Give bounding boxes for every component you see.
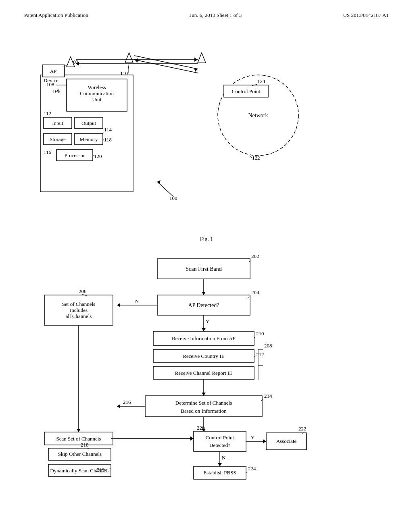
svg-text:Receive Information From AP: Receive Information From AP xyxy=(172,335,236,341)
svg-text:Y: Y xyxy=(251,434,255,441)
svg-line-49 xyxy=(134,56,198,69)
svg-text:224: 224 xyxy=(248,466,256,472)
svg-text:206: 206 xyxy=(79,288,87,294)
svg-text:118: 118 xyxy=(104,137,112,143)
svg-text:AP: AP xyxy=(50,68,57,74)
svg-text:Communication: Communication xyxy=(80,90,114,96)
svg-text:212: 212 xyxy=(256,351,264,357)
svg-text:Associate: Associate xyxy=(276,438,297,444)
svg-marker-131 xyxy=(218,463,222,466)
svg-text:106: 106 xyxy=(52,88,60,94)
svg-text:Set of Channels: Set of Channels xyxy=(62,301,95,307)
svg-text:AP Detected?: AP Detected? xyxy=(188,302,219,308)
svg-text:100: 100 xyxy=(169,195,177,201)
svg-text:Receive Channel Report IE: Receive Channel Report IE xyxy=(175,370,233,376)
svg-line-51 xyxy=(134,60,198,73)
svg-text:Skip Other Channels: Skip Other Channels xyxy=(58,451,102,457)
svg-text:Wireless: Wireless xyxy=(88,84,106,90)
svg-text:Output: Output xyxy=(81,120,96,126)
svg-text:114: 114 xyxy=(104,127,112,133)
svg-text:210: 210 xyxy=(256,330,264,337)
svg-line-55 xyxy=(157,182,173,197)
svg-text:N: N xyxy=(135,298,139,304)
svg-text:Control Point: Control Point xyxy=(206,434,234,441)
svg-marker-124 xyxy=(263,439,266,443)
svg-marker-97 xyxy=(117,404,120,408)
svg-text:Includes: Includes xyxy=(70,307,88,313)
svg-text:Network: Network xyxy=(248,112,268,118)
svg-text:Receive Country IE: Receive Country IE xyxy=(183,353,224,359)
svg-marker-62 xyxy=(202,292,206,295)
svg-marker-106 xyxy=(77,429,81,432)
svg-marker-68 xyxy=(117,303,120,307)
svg-text:208: 208 xyxy=(264,343,272,349)
svg-marker-14 xyxy=(125,53,133,63)
svg-text:122: 122 xyxy=(252,155,260,161)
header-right: US 2013/0142187 A1 xyxy=(343,12,389,19)
svg-text:216: 216 xyxy=(123,399,131,405)
svg-text:222: 222 xyxy=(298,426,307,432)
header-center: Jun. 6, 2013 Sheet 1 of 3 xyxy=(190,12,242,19)
svg-marker-56 xyxy=(157,180,161,184)
svg-text:120: 120 xyxy=(94,153,102,159)
svg-text:N: N xyxy=(222,455,226,461)
svg-text:all Channels: all Channels xyxy=(66,313,92,319)
svg-marker-88 xyxy=(202,393,206,396)
svg-text:Based on Information: Based on Information xyxy=(181,408,227,414)
svg-text:Y: Y xyxy=(206,318,210,324)
fig1-label-text: Fig. 1 xyxy=(200,236,213,242)
svg-text:Unit: Unit xyxy=(92,96,102,102)
fig2-container: Scan First Band 202 AP Detected? 204 N Y… xyxy=(0,247,413,532)
fig2-svg: Scan First Band 202 AP Detected? 204 N Y… xyxy=(0,247,413,532)
svg-text:Scan First Band: Scan First Band xyxy=(186,266,221,272)
svg-text:Device: Device xyxy=(44,77,58,83)
page-header: Patent Application Publication Jun. 6, 2… xyxy=(0,0,413,23)
svg-text:202: 202 xyxy=(251,253,259,259)
svg-text:Input: Input xyxy=(52,120,63,126)
svg-text:112: 112 xyxy=(44,110,51,116)
svg-marker-50 xyxy=(194,68,198,72)
svg-text:Detected?: Detected? xyxy=(209,442,230,448)
svg-text:124: 124 xyxy=(257,78,265,84)
header-left: Patent Application Publication xyxy=(24,12,88,19)
svg-text:Storage: Storage xyxy=(50,136,66,142)
svg-text:116: 116 xyxy=(44,149,52,155)
svg-marker-71 xyxy=(202,328,206,331)
svg-text:Processor: Processor xyxy=(65,152,85,158)
svg-text:204: 204 xyxy=(251,289,259,295)
svg-text:Memory: Memory xyxy=(80,136,98,142)
svg-text:Control Point: Control Point xyxy=(232,88,261,94)
svg-text:218: 218 xyxy=(81,442,89,448)
fig1-container: AP 102 106 Wireless Communication Unit 1… xyxy=(0,27,413,236)
svg-text:Establish PBSS: Establish PBSS xyxy=(203,470,236,476)
svg-text:Scan Set of Channels: Scan Set of Channels xyxy=(56,436,101,442)
svg-text:220: 220 xyxy=(197,425,205,431)
svg-marker-52 xyxy=(134,58,138,62)
svg-marker-46 xyxy=(194,58,198,62)
svg-text:110: 110 xyxy=(120,70,128,76)
fig1-label: Fig. 1 xyxy=(0,236,413,243)
svg-text:214: 214 xyxy=(264,393,272,399)
svg-text:Determine Set of Channels: Determine Set of Channels xyxy=(175,400,232,406)
fig1-svg: AP 102 106 Wireless Communication Unit 1… xyxy=(0,27,413,236)
svg-marker-118 xyxy=(190,436,194,441)
svg-marker-53 xyxy=(198,53,206,63)
